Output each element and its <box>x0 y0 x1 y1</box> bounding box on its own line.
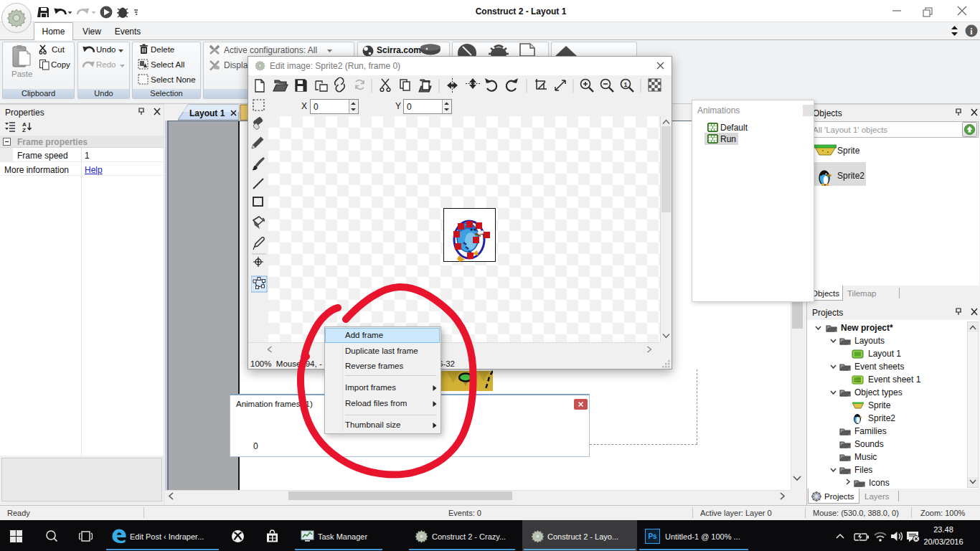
svg-text:1: 1 <box>623 81 627 88</box>
svg-text:Z: Z <box>22 127 26 133</box>
